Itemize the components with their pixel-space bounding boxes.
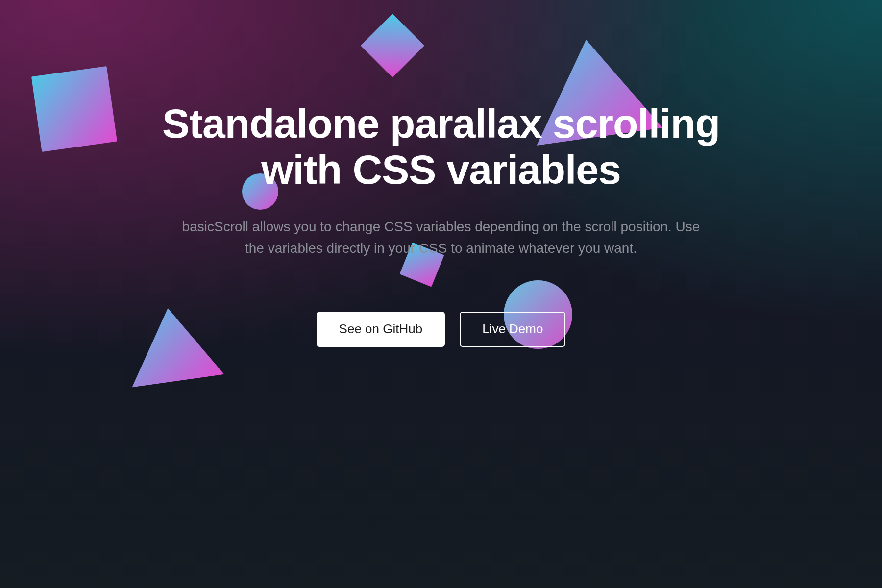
github-button[interactable]: See on GitHub xyxy=(317,312,445,347)
page-title: Standalone parallax scrolling with CSS v… xyxy=(147,100,735,193)
diamond-top-center xyxy=(361,14,424,77)
decor-layer xyxy=(0,0,882,588)
title-line-1: Standalone parallax scrolling xyxy=(162,100,720,147)
svg-marker-1 xyxy=(122,302,224,388)
triangle-bottom-left xyxy=(122,302,224,388)
hero-section: Standalone parallax scrolling with CSS v… xyxy=(0,0,882,588)
cta-row: See on GitHub Live Demo xyxy=(317,312,566,347)
title-line-2: with CSS variables xyxy=(261,147,621,193)
page-subtitle: basicScroll allows you to change CSS var… xyxy=(176,216,706,259)
square-large-top-left xyxy=(31,66,117,152)
live-demo-button[interactable]: Live Demo xyxy=(460,312,565,347)
